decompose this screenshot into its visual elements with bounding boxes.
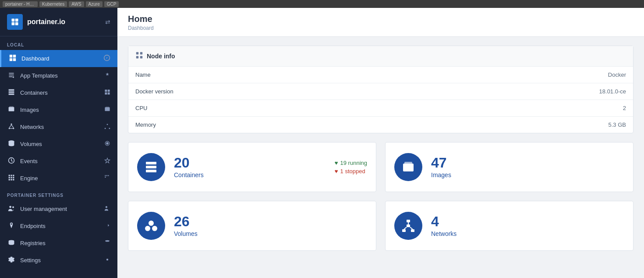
- svg-point-49: [106, 206, 107, 208]
- stat-card-containers[interactable]: 20 Containers ♥ 19 running ♥ 1 stopped: [128, 142, 376, 192]
- row-label-docker-version: Docker version: [128, 83, 411, 100]
- svg-rect-40: [9, 179, 10, 180]
- svg-point-47: [9, 206, 11, 208]
- sidebar-label-app-templates: App Templates: [20, 72, 100, 79]
- page-header: Home Dashboard: [117, 8, 644, 37]
- events-badge: [104, 157, 110, 165]
- row-value-cpu: 2: [411, 100, 633, 117]
- stat-card-networks[interactable]: 4 Networks: [385, 201, 633, 251]
- svg-point-28: [109, 128, 110, 129]
- svg-rect-42: [13, 179, 14, 180]
- sidebar-item-endpoints[interactable]: Endpoints: [0, 217, 117, 235]
- svg-rect-15: [108, 93, 110, 95]
- stat-card-images[interactable]: 47 Images: [385, 142, 633, 192]
- sidebar-item-containers[interactable]: Containers: [0, 84, 117, 101]
- sidebar-item-images[interactable]: Images: [0, 101, 117, 118]
- svg-point-31: [106, 142, 109, 145]
- images-label: Images: [431, 171, 624, 178]
- sidebar-item-app-templates[interactable]: App Templates: [0, 67, 117, 84]
- browser-tab-3[interactable]: Azure: [86, 1, 103, 7]
- sidebar: portainer.io ⇄ LOCAL Dashboard App Templ…: [0, 8, 117, 278]
- svg-rect-11: [9, 93, 14, 95]
- svg-rect-55: [136, 56, 138, 58]
- main-content-area: Home Dashboard Node info Name Docker: [117, 8, 644, 278]
- svg-rect-1: [15, 19, 18, 22]
- svg-rect-66: [402, 229, 406, 232]
- svg-point-48: [12, 207, 14, 208]
- heart-running-icon: ♥: [335, 160, 338, 166]
- sidebar-logo[interactable]: portainer.io ⇄: [0, 8, 117, 36]
- sidebar-item-volumes[interactable]: Volumes: [0, 135, 117, 153]
- row-value-docker-version: 18.01.0-ce: [411, 83, 633, 100]
- images-count: 47: [431, 156, 624, 170]
- table-row-cpu: CPU 2: [128, 100, 633, 117]
- svg-rect-65: [407, 220, 410, 222]
- networks-count: 4: [431, 214, 624, 228]
- svg-rect-4: [10, 55, 12, 57]
- sidebar-label-settings: Settings: [20, 257, 100, 264]
- svg-rect-6: [10, 58, 12, 61]
- containers-badge: [104, 89, 110, 96]
- svg-rect-9: [9, 89, 14, 91]
- svg-rect-41: [11, 179, 12, 180]
- svg-rect-44: [106, 175, 107, 176]
- sidebar-badge-dashboard: [103, 54, 110, 63]
- stat-card-volumes[interactable]: 26 Volumes: [128, 201, 376, 251]
- svg-rect-38: [11, 177, 12, 178]
- sidebar-item-settings[interactable]: Settings: [0, 252, 117, 269]
- browser-tab-4[interactable]: GCP: [104, 1, 119, 7]
- sidebar-label-engine: Engine: [20, 175, 100, 182]
- engine-icon: [7, 174, 16, 182]
- engine-badge: [104, 175, 110, 182]
- sidebar-item-registries[interactable]: Registries: [0, 235, 117, 252]
- sidebar-item-networks[interactable]: Networks: [0, 118, 117, 135]
- svg-point-51: [105, 240, 110, 242]
- containers-stopped: ♥ 1 stopped: [335, 168, 367, 175]
- containers-icon: [7, 89, 16, 97]
- logo-icon: [7, 14, 23, 30]
- sidebar-item-user-management[interactable]: User management: [0, 200, 117, 217]
- sidebar-item-engine[interactable]: Engine: [0, 170, 117, 187]
- svg-rect-36: [13, 175, 14, 176]
- row-label-name: Name: [128, 67, 411, 83]
- table-row-docker-version: Docker version 18.01.0-ce: [128, 83, 633, 100]
- row-label-memory: Memory: [128, 117, 411, 133]
- sidebar-label-volumes: Volumes: [20, 141, 100, 147]
- browser-tab-1[interactable]: Kubernetes: [39, 1, 67, 7]
- table-row-memory: Memory 5.3 GB: [128, 117, 633, 133]
- row-value-name: Docker: [411, 67, 633, 83]
- toggle-sidebar-icon[interactable]: ⇄: [105, 18, 110, 25]
- node-info-card: Node info Name Docker Docker version 18.…: [128, 46, 633, 133]
- svg-rect-14: [105, 93, 107, 95]
- svg-rect-67: [411, 229, 414, 232]
- containers-label: Containers: [174, 171, 326, 178]
- browser-tab-0[interactable]: portainer - Home: [3, 1, 38, 7]
- networks-stat-info: 4 Networks: [431, 214, 624, 237]
- volumes-label: Volumes: [174, 230, 367, 237]
- networks-label: Networks: [431, 230, 624, 237]
- svg-point-20: [11, 124, 12, 125]
- volumes-count: 26: [174, 214, 367, 228]
- browser-bar: portainer - Home Kubernetes AWS Azure GC…: [0, 0, 644, 8]
- volumes-stat-info: 26 Volumes: [174, 214, 367, 237]
- logo-text: portainer.io: [27, 18, 65, 26]
- heart-stopped-icon: ♥: [335, 168, 338, 175]
- node-info-table: Name Docker Docker version 18.01.0-ce CP…: [128, 67, 633, 133]
- sidebar-item-dashboard[interactable]: Dashboard: [0, 50, 117, 67]
- svg-point-27: [105, 128, 106, 129]
- events-icon: [7, 157, 16, 165]
- sidebar-label-networks: Networks: [20, 124, 100, 130]
- sidebar-label-endpoints: Endpoints: [20, 223, 100, 229]
- containers-details: ♥ 19 running ♥ 1 stopped: [335, 160, 367, 175]
- sidebar-item-events[interactable]: Events: [0, 153, 117, 170]
- svg-rect-19: [106, 107, 109, 110]
- user-mgmt-badge: [104, 205, 110, 213]
- svg-rect-13: [108, 89, 110, 92]
- sidebar-label-images: Images: [20, 107, 100, 113]
- svg-line-23: [9, 125, 11, 128]
- svg-rect-54: [140, 52, 142, 54]
- volumes-badge: [104, 140, 110, 148]
- svg-rect-0: [12, 19, 15, 22]
- browser-tab-2[interactable]: AWS: [69, 1, 84, 7]
- containers-stat-info: 20 Containers: [174, 156, 326, 178]
